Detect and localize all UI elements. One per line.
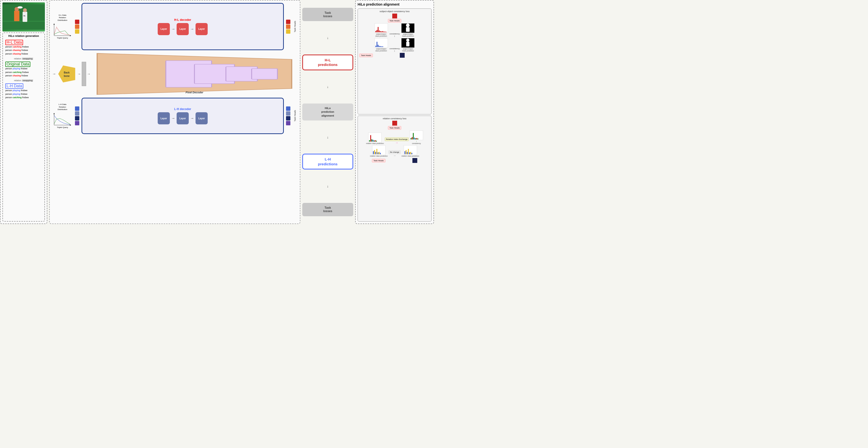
svg-rect-64 <box>380 153 381 154</box>
hl-predictions-label: H-Lpredictions <box>318 58 338 67</box>
rel-consistency-label: consistency <box>412 142 421 145</box>
far-right-panel: HiLo prediction alignment .fr-section { … <box>355 0 434 224</box>
token-dblue-r1 <box>286 116 290 121</box>
task-losses-bottom-label: Tasklosses <box>323 206 332 213</box>
consistency-text-1: consistency <box>390 33 400 35</box>
task-losses-bottom-box: Tasklosses <box>302 203 353 216</box>
rel-class-chart2 <box>410 130 423 140</box>
svg-rect-29 <box>382 31 383 32</box>
orig-data-block: Original Data person playing frisbee per… <box>4 61 43 78</box>
token-yellow-r1 <box>286 29 290 34</box>
token-mblue-r1 <box>286 111 290 116</box>
svg-rect-23 <box>375 31 376 32</box>
relation-consistency-section: relation consistency loss Task Heads <box>358 116 432 222</box>
so-mask-chart <box>401 23 414 33</box>
task-heads-label-top: Task Heads <box>293 21 297 32</box>
svg-rect-50 <box>376 140 377 141</box>
rel-class-label1: relation class prediction <box>366 142 384 145</box>
lh-layer-1: Layer <box>158 112 170 124</box>
so-bottom-row: subject/objectclass prediction consisten… <box>359 38 430 52</box>
backbone-container: Back bone <box>57 64 76 84</box>
task-heads-label-so: Task Heads <box>388 19 402 23</box>
rel-index-exchange-label: Relation Index Exchange <box>385 137 409 141</box>
swap-row-2: relation swapping <box>4 79 43 82</box>
so-class-label: subject/objectclass prediction <box>375 33 387 37</box>
svg-rect-46 <box>371 139 372 142</box>
so-class-pred-col: subject/objectclass prediction <box>375 23 388 37</box>
token-yellow-1 <box>75 29 79 34</box>
arrow-2: → <box>190 27 194 31</box>
svg-rect-39 <box>380 46 381 47</box>
svg-marker-11 <box>53 24 55 25</box>
svg-text:76: 76 <box>23 15 26 17</box>
task-losses-top-label: Tasklosses <box>323 11 332 18</box>
lh-relations: person playing frisbee person playing fr… <box>5 89 42 99</box>
svg-rect-26 <box>379 31 380 32</box>
arrow-down-2: ↓ <box>302 85 353 89</box>
svg-rect-34 <box>406 27 410 32</box>
token-dblue-l1 <box>75 116 79 121</box>
svg-rect-54 <box>414 138 415 140</box>
rel-class-pred-col2: ↓ consistency <box>410 130 423 145</box>
svg-point-6 <box>18 6 23 8</box>
svg-rect-24 <box>376 30 377 32</box>
hl-layer-1: Layer <box>158 23 170 35</box>
lh-distribution: L-H DataRelationDistribution Triplet Que… <box>52 103 73 128</box>
arrow-1: → <box>171 27 175 31</box>
hl-decoder-box: H-L decoder Layer → Layer → Layer <box>82 3 284 50</box>
no-change-chart2 <box>404 145 417 155</box>
svg-rect-51 <box>410 138 411 139</box>
no-change-row: relation class prediction No change → <box>359 145 430 157</box>
hilo-alignment-box: HiLopredictionalignment <box>302 103 353 121</box>
svg-rect-53 <box>413 133 414 140</box>
rel-class-chart1 <box>368 133 381 142</box>
swap-bold-2: swapping <box>22 79 33 82</box>
svg-rect-61 <box>376 149 377 154</box>
svg-rect-43 <box>406 42 409 46</box>
arrow-in: → <box>52 72 56 76</box>
so-bottom-task-heads: Task Heads <box>359 53 430 58</box>
far-right-title: HiLo prediction alignment <box>358 2 432 6</box>
svg-rect-27 <box>380 31 381 32</box>
so-class-pred-col2: subject/objectclass prediction <box>375 38 388 52</box>
consistency-arrow-col2: consistency ↕ <box>389 47 401 52</box>
svg-rect-35 <box>375 45 376 47</box>
subject-object-consistency-section: subject-object consistency loss Task Hea… <box>358 8 432 115</box>
so-mask-label2: subject/objectmask prediction <box>402 48 414 52</box>
arrow-down-1: ↓ <box>302 36 353 40</box>
no-change-chart-col2: relation class prediction <box>402 145 419 157</box>
svg-rect-38 <box>379 46 380 47</box>
svg-rect-67 <box>407 152 408 154</box>
no-change-chart1 <box>372 145 385 155</box>
no-change-class-label1: relation class prediction <box>370 155 388 157</box>
orig-relations: person playing frisbee person catching f… <box>5 67 42 77</box>
swap-bold-1: swapping <box>22 58 33 60</box>
hl-decoder-row: H-L DataRelationDistribution Triplet Que… <box>52 3 298 50</box>
hl-relations: person catching frisbee person chasing f… <box>5 45 42 56</box>
token-orange-1 <box>75 25 79 29</box>
hl-query-tokens-left <box>74 20 80 34</box>
svg-marker-12 <box>58 65 75 83</box>
svg-rect-28 <box>381 31 382 32</box>
so-mask-label: subject/objectmask prediction <box>402 33 414 37</box>
dark-square-rel <box>412 158 417 163</box>
svg-marker-22 <box>53 113 55 114</box>
hl-query-tokens-right <box>285 20 291 34</box>
rel-class-pred-col1: relation class prediction <box>366 133 384 145</box>
lh-arrow-2: → <box>190 116 194 121</box>
svg-rect-59 <box>374 150 375 154</box>
hilo-relation-title: HiLo relation generation <box>4 34 43 37</box>
lh-decoder-row: L-H DataRelationDistribution Triplet Que… <box>52 98 298 134</box>
svg-rect-40 <box>381 46 382 47</box>
backbone-pixel-row: → Back bone → → <box>52 52 298 96</box>
svg-rect-58 <box>373 151 374 154</box>
so-charts-row: subject/objectclass prediction consisten… <box>359 23 430 37</box>
hl-data-label: H-L Data <box>5 40 23 45</box>
token-purple-l1 <box>75 121 79 125</box>
svg-rect-63 <box>379 152 380 154</box>
so-mask-pred-col: subject/objectmask prediction <box>401 23 414 37</box>
lh-dist-title: L-H DataRelationDistribution <box>58 103 67 111</box>
feature-column <box>82 62 86 86</box>
hl-layer-2: Layer <box>177 23 189 35</box>
svg-rect-41 <box>382 46 383 47</box>
